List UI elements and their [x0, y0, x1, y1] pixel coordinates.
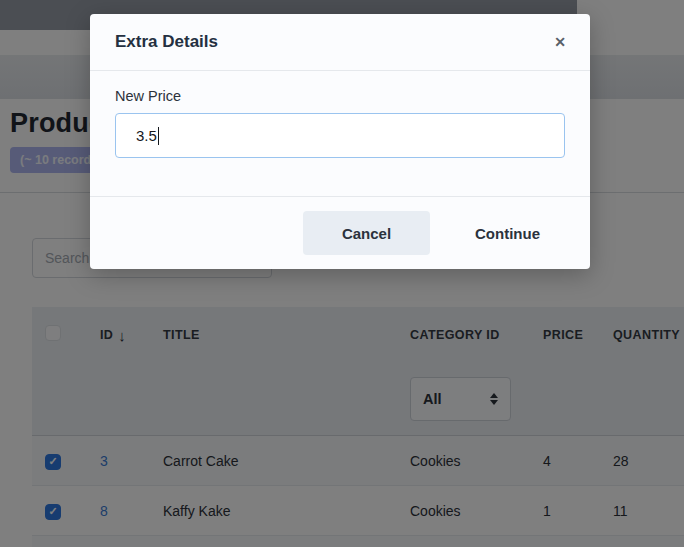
- continue-button[interactable]: Continue: [450, 211, 565, 255]
- cancel-button[interactable]: Cancel: [303, 211, 430, 255]
- modal-header: Extra Details ✕: [90, 14, 590, 71]
- new-price-label: New Price: [115, 88, 565, 104]
- new-price-input[interactable]: 3.5: [115, 113, 565, 158]
- app-screen: Products (~ 10 records) ID ↓ TITLE CATEG…: [0, 0, 684, 547]
- extra-details-modal: Extra Details ✕ New Price 3.5 Cancel Con…: [90, 14, 590, 269]
- new-price-value: 3.5: [136, 127, 157, 144]
- text-caret: [158, 127, 160, 145]
- close-icon[interactable]: ✕: [548, 31, 572, 53]
- modal-footer: Cancel Continue: [90, 196, 590, 269]
- modal-title: Extra Details: [115, 32, 548, 52]
- modal-body: New Price 3.5: [90, 71, 590, 196]
